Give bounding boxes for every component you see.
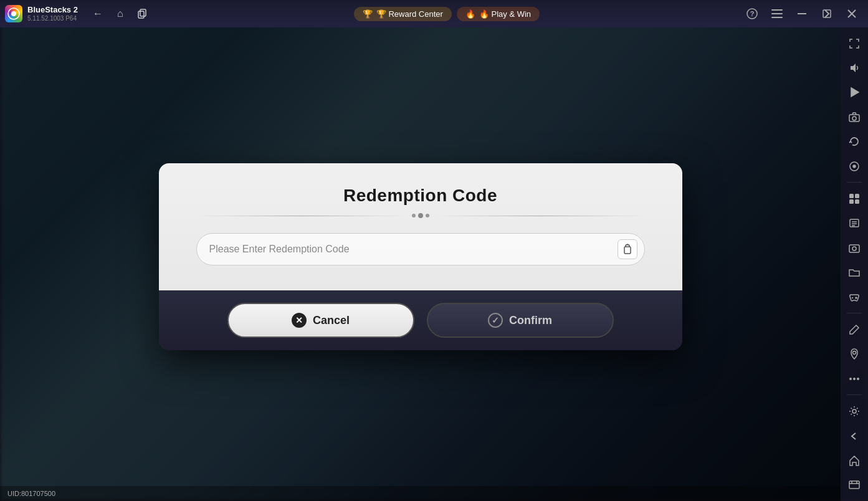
divider-dot-1: [412, 214, 416, 217]
sidebar-home-icon[interactable]: [843, 449, 866, 471]
sidebar-back-icon[interactable]: [843, 425, 866, 447]
divider-line-left: [196, 216, 407, 216]
copy-button[interactable]: [133, 4, 153, 24]
svg-point-18: [853, 165, 856, 168]
svg-point-28: [856, 297, 857, 298]
topbar-center: 🏆 🏆 Reward Center 🔥 🔥 Play & Win: [158, 7, 736, 21]
svg-rect-34: [849, 481, 859, 489]
svg-rect-7: [771, 13, 783, 14]
play-win-label: 🔥 Play & Win: [479, 9, 531, 19]
sidebar-play-icon[interactable]: [843, 82, 866, 103]
svg-rect-24: [849, 245, 859, 252]
confirm-button[interactable]: ✓ Confirm: [427, 303, 614, 338]
play-win-button[interactable]: 🔥 🔥 Play & Win: [457, 7, 540, 21]
sidebar-divider-3: [847, 394, 862, 395]
svg-marker-14: [851, 88, 859, 97]
reward-icon: 🏆: [363, 9, 373, 19]
sidebar-volume-icon[interactable]: [843, 57, 866, 79]
svg-rect-19: [849, 194, 854, 198]
cancel-icon: ✕: [292, 313, 307, 328]
svg-rect-38: [624, 247, 631, 254]
home-button[interactable]: ⌂: [110, 4, 130, 24]
svg-point-25: [852, 247, 856, 250]
sidebar-apps-icon[interactable]: [843, 188, 866, 209]
svg-point-29: [853, 351, 856, 355]
sidebar-camera-icon[interactable]: [843, 106, 866, 128]
svg-point-31: [853, 378, 856, 380]
sidebar-settings-icon[interactable]: [843, 400, 866, 422]
svg-point-32: [857, 378, 859, 380]
minimize-button[interactable]: [791, 5, 813, 22]
svg-rect-21: [849, 199, 854, 204]
topbar: BlueStacks 2 5.11.52.1003 P64 ← ⌂ 🏆 🏆 Re…: [0, 0, 868, 27]
svg-rect-22: [855, 199, 859, 204]
modal-title: Redemption Code: [343, 186, 497, 206]
help-button[interactable]: ?: [741, 5, 763, 22]
topbar-right: ?: [741, 5, 863, 22]
sidebar-screenshot-icon[interactable]: [843, 237, 866, 259]
reward-label: 🏆 Reward Center: [376, 9, 443, 19]
sidebar-rotation-icon[interactable]: [843, 155, 866, 177]
menu-button[interactable]: [766, 5, 788, 22]
input-wrapper: [196, 233, 645, 265]
sidebar-edit-icon[interactable]: [843, 318, 866, 340]
modal-overlay: Redemption Code: [0, 27, 841, 486]
sidebar-recents-icon[interactable]: [843, 474, 866, 496]
confirm-label: Confirm: [509, 314, 552, 327]
sidebar-more-icon[interactable]: [843, 368, 866, 389]
sidebar-divider-1: [847, 182, 862, 183]
svg-text:?: ?: [750, 10, 755, 17]
app-name: BlueStacks 2: [27, 5, 78, 15]
sidebar-fullscreen-icon[interactable]: [843, 32, 866, 54]
redemption-modal: Redemption Code: [159, 163, 682, 350]
divider-line-right: [434, 216, 645, 216]
svg-marker-13: [851, 64, 856, 72]
redemption-code-input[interactable]: [196, 233, 645, 265]
sidebar-gamepad-icon[interactable]: [843, 286, 866, 308]
svg-point-16: [852, 117, 856, 120]
sidebar-files-icon[interactable]: [843, 212, 866, 234]
svg-rect-8: [771, 17, 783, 18]
sidebar-location-icon[interactable]: [843, 343, 866, 365]
cancel-label: Cancel: [313, 314, 350, 327]
paste-button[interactable]: [618, 239, 637, 259]
bottom-bar: UID:801707500: [0, 486, 841, 501]
app-name-block: BlueStacks 2 5.11.52.1003 P64: [27, 5, 78, 22]
fire-icon: 🔥: [465, 9, 475, 19]
confirm-icon: ✓: [488, 313, 503, 328]
uid-text: UID:801707500: [7, 490, 55, 497]
divider-dot-center: [418, 213, 423, 218]
svg-rect-6: [771, 9, 783, 11]
svg-point-33: [852, 409, 856, 413]
svg-point-1: [11, 11, 16, 16]
modal-footer: ✕ Cancel ✓ Confirm: [159, 290, 682, 350]
cancel-button[interactable]: ✕ Cancel: [227, 303, 414, 338]
divider-dot-3: [426, 214, 429, 217]
svg-rect-2: [140, 9, 146, 16]
modal-body: Redemption Code: [159, 163, 682, 290]
expand-button[interactable]: [813, 0, 841, 27]
svg-rect-9: [798, 13, 806, 14]
modal-divider: [196, 213, 645, 218]
reward-center-button[interactable]: 🏆 🏆 Reward Center: [354, 7, 452, 21]
nav-icons: ← ⌂: [88, 4, 153, 24]
sidebar-refresh-icon[interactable]: [843, 131, 866, 153]
back-button[interactable]: ←: [88, 4, 108, 24]
right-sidebar: [841, 27, 868, 501]
svg-rect-20: [855, 194, 859, 198]
close-button[interactable]: [841, 5, 863, 22]
sidebar-folder-icon[interactable]: [843, 262, 866, 284]
svg-point-30: [849, 378, 852, 380]
app-logo: [5, 5, 22, 22]
app-version: 5.11.52.1003 P64: [27, 15, 78, 22]
sidebar-divider-2: [847, 313, 862, 313]
divider-dots: [412, 213, 429, 218]
svg-rect-3: [138, 11, 144, 18]
